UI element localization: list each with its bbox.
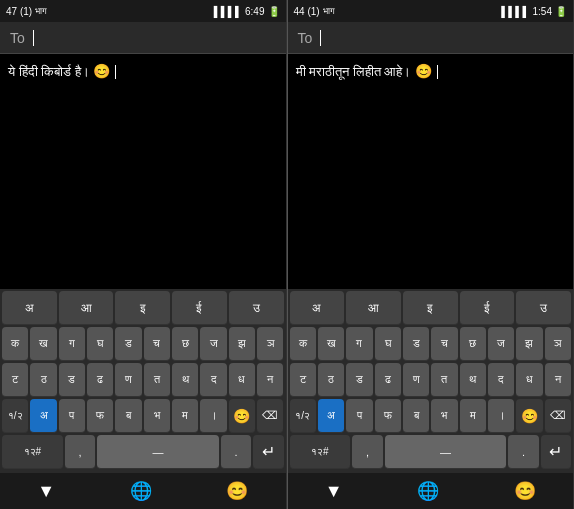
key-ma[interactable]: म [172, 399, 198, 433]
key-nya[interactable]: ञ [257, 327, 283, 361]
key2-nummode[interactable]: १२# [290, 435, 351, 469]
key2-a-blue[interactable]: अ [318, 399, 344, 433]
key2-na1[interactable]: ण [403, 363, 429, 397]
key2-tha1[interactable]: ठ [318, 363, 344, 397]
key-numswitch[interactable]: १/२ [2, 399, 28, 433]
key2-ga[interactable]: ग [346, 327, 372, 361]
key2-bha[interactable]: भ [431, 399, 457, 433]
key-da2[interactable]: ड [59, 363, 85, 397]
message-area-1[interactable]: ये हिंदी किबोर्ड है। 😊 [0, 54, 286, 289]
key2-numswitch[interactable]: १/२ [290, 399, 316, 433]
key2-kha[interactable]: ख [318, 327, 344, 361]
notification-count-2: 44 (1) [294, 6, 320, 17]
to-input-1[interactable] [33, 22, 276, 53]
key-row-4-1: १२# , — . ↵ [2, 435, 284, 469]
key2-pa[interactable]: प [346, 399, 372, 433]
phone-panel-1: 47 (1) भाग ▌▌▌▌ 6:49 🔋 To ये हिंदी किबोर… [0, 0, 287, 509]
key-ka[interactable]: क [2, 327, 28, 361]
to-cursor-2 [320, 30, 321, 46]
key-period[interactable]: . [221, 435, 251, 469]
key-tha1[interactable]: ठ [30, 363, 56, 397]
key-jha[interactable]: झ [229, 327, 255, 361]
key2-backspace[interactable]: ⌫ [545, 399, 571, 433]
key-gha[interactable]: घ [87, 327, 113, 361]
key-ii[interactable]: ई [172, 291, 227, 325]
key2-ta2[interactable]: त [431, 363, 457, 397]
key2-space[interactable]: — [385, 435, 507, 469]
key2-ta1[interactable]: ट [290, 363, 316, 397]
key2-pha[interactable]: फ [375, 399, 401, 433]
key-i[interactable]: इ [115, 291, 170, 325]
key-danda[interactable]: । [200, 399, 226, 433]
key-ta2[interactable]: त [144, 363, 170, 397]
key-da3[interactable]: द [200, 363, 226, 397]
key2-comma[interactable]: , [352, 435, 382, 469]
key2-na2[interactable]: न [545, 363, 571, 397]
keyboard-hide-icon-1[interactable]: ▼ [37, 481, 55, 502]
status-right-2: ▌▌▌▌ 1:54 🔋 [501, 6, 567, 17]
key2-dha2[interactable]: ध [516, 363, 542, 397]
globe-icon-2[interactable]: 🌐 [417, 480, 439, 502]
emoji-icon-2[interactable]: 😊 [514, 480, 536, 502]
key-a[interactable]: अ [2, 291, 57, 325]
key-u[interactable]: उ [229, 291, 284, 325]
key-kha[interactable]: ख [30, 327, 56, 361]
key-cha[interactable]: च [144, 327, 170, 361]
key-nummode[interactable]: १२# [2, 435, 63, 469]
key2-ka[interactable]: क [290, 327, 316, 361]
key2-u[interactable]: उ [516, 291, 571, 325]
key-pha[interactable]: फ [87, 399, 113, 433]
key2-a[interactable]: अ [290, 291, 345, 325]
key2-ma[interactable]: म [460, 399, 486, 433]
key2-aa[interactable]: आ [346, 291, 401, 325]
key2-ba[interactable]: ब [403, 399, 429, 433]
key2-ja[interactable]: ज [488, 327, 514, 361]
to-input-2[interactable] [320, 22, 563, 53]
key2-period[interactable]: . [508, 435, 538, 469]
key2-danda[interactable]: । [488, 399, 514, 433]
key2-nya[interactable]: ञ [545, 327, 571, 361]
key-na2[interactable]: न [257, 363, 283, 397]
key2-i[interactable]: इ [403, 291, 458, 325]
key2-da2[interactable]: ड [346, 363, 372, 397]
keyboard-2: अ आ इ ई उ क ख ग घ ड च छ ज झ ञ ट ठ ड ढ ण … [288, 289, 574, 473]
emoji-icon-1[interactable]: 😊 [226, 480, 248, 502]
key-aa[interactable]: आ [59, 291, 114, 325]
key-chha[interactable]: छ [172, 327, 198, 361]
key-space[interactable]: — [97, 435, 219, 469]
key-emoji-special[interactable]: 😊 [229, 399, 255, 433]
key-bha[interactable]: भ [144, 399, 170, 433]
key2-gha[interactable]: घ [375, 327, 401, 361]
key2-jha[interactable]: झ [516, 327, 542, 361]
battery-icon-2: 🔋 [555, 6, 567, 17]
key2-enter[interactable]: ↵ [541, 435, 571, 469]
key-na1[interactable]: ण [115, 363, 141, 397]
key-comma[interactable]: , [65, 435, 95, 469]
key2-da3[interactable]: द [488, 363, 514, 397]
key2-emoji-special[interactable]: 😊 [516, 399, 542, 433]
to-field-1[interactable]: To [0, 22, 286, 54]
key2-tha2[interactable]: थ [460, 363, 486, 397]
key-ta1[interactable]: ट [2, 363, 28, 397]
key2-cha[interactable]: च [431, 327, 457, 361]
message-area-2[interactable]: मी मराठीतून लिहीत आहे। 😊 [288, 54, 574, 289]
globe-icon-1[interactable]: 🌐 [130, 480, 152, 502]
key2-chha[interactable]: छ [460, 327, 486, 361]
key-dha2[interactable]: ध [229, 363, 255, 397]
key-ga[interactable]: ग [59, 327, 85, 361]
keyboard-hide-icon-2[interactable]: ▼ [325, 481, 343, 502]
key-tha2[interactable]: थ [172, 363, 198, 397]
to-field-2[interactable]: To [288, 22, 574, 54]
key-backspace[interactable]: ⌫ [257, 399, 283, 433]
key-ba[interactable]: ब [115, 399, 141, 433]
key-dha1[interactable]: ढ [87, 363, 113, 397]
key-da1[interactable]: ड [115, 327, 141, 361]
key-row-4-2: १२# , — . ↵ [290, 435, 572, 469]
key-enter[interactable]: ↵ [253, 435, 283, 469]
key-a-blue[interactable]: अ [30, 399, 56, 433]
key-pa[interactable]: प [59, 399, 85, 433]
key2-da1[interactable]: ड [403, 327, 429, 361]
key2-dha1[interactable]: ढ [375, 363, 401, 397]
key-ja[interactable]: ज [200, 327, 226, 361]
key2-ii[interactable]: ई [460, 291, 515, 325]
